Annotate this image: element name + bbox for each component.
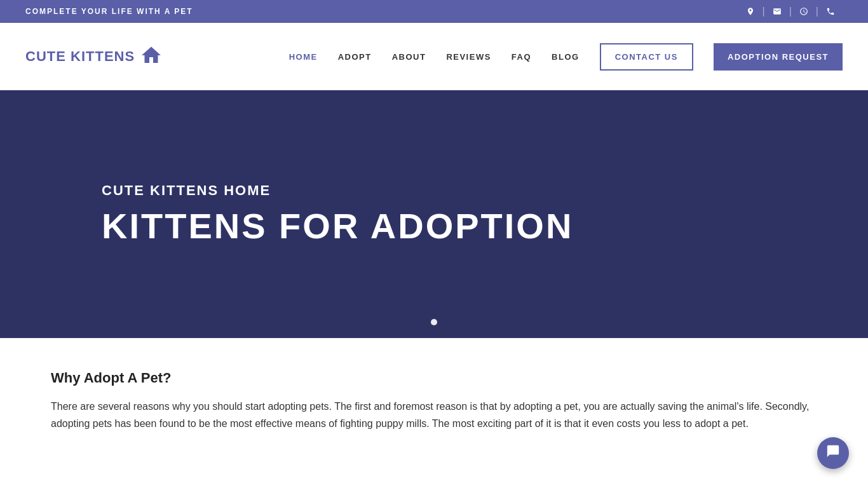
phone-icon[interactable]: [818, 7, 843, 16]
nav-adopt[interactable]: ADOPT: [338, 52, 372, 62]
nav-blog[interactable]: BLOG: [552, 52, 580, 62]
contact-us-button[interactable]: CONTACT US: [600, 43, 693, 71]
section-heading: Why Adopt A Pet?: [51, 370, 817, 386]
nav-reviews[interactable]: REVIEWS: [446, 52, 491, 62]
hero-banner: CUTE KITTENS HOME KITTENS FOR ADOPTION: [0, 90, 868, 338]
nav-about[interactable]: ABOUT: [392, 52, 426, 62]
location-icon[interactable]: [738, 7, 763, 16]
header: Cute Kittens HOME ADOPT ABOUT REVIEWS FA…: [0, 23, 868, 90]
logo[interactable]: Cute Kittens: [25, 44, 163, 69]
adoption-request-button[interactable]: ADOPTION REQUEST: [714, 43, 843, 71]
top-bar-tagline: COMPLETE YOUR LIFE WITH A PET: [25, 7, 193, 16]
hero-title: KITTENS FOR ADOPTION: [102, 207, 766, 246]
clock-icon[interactable]: [792, 7, 816, 16]
hero-subtitle: CUTE KITTENS HOME: [102, 182, 766, 199]
content-section: Why Adopt A Pet? There are several reaso…: [0, 338, 868, 458]
nav-home[interactable]: HOME: [289, 52, 318, 62]
logo-text: Cute Kittens: [25, 48, 135, 65]
nav-faq[interactable]: FAQ: [512, 52, 531, 62]
top-bar: COMPLETE YOUR LIFE WITH A PET | | |: [0, 0, 868, 23]
chat-icon: [826, 444, 840, 458]
top-bar-icons: | | |: [738, 6, 843, 17]
email-icon[interactable]: [765, 7, 789, 16]
hero-dots: [431, 319, 437, 325]
hero-dot-1[interactable]: [431, 319, 437, 325]
logo-house-icon: [140, 44, 163, 69]
nav: HOME ADOPT ABOUT REVIEWS FAQ BLOG CONTAC…: [289, 43, 843, 71]
section-text: There are several reasons why you should…: [51, 398, 817, 432]
